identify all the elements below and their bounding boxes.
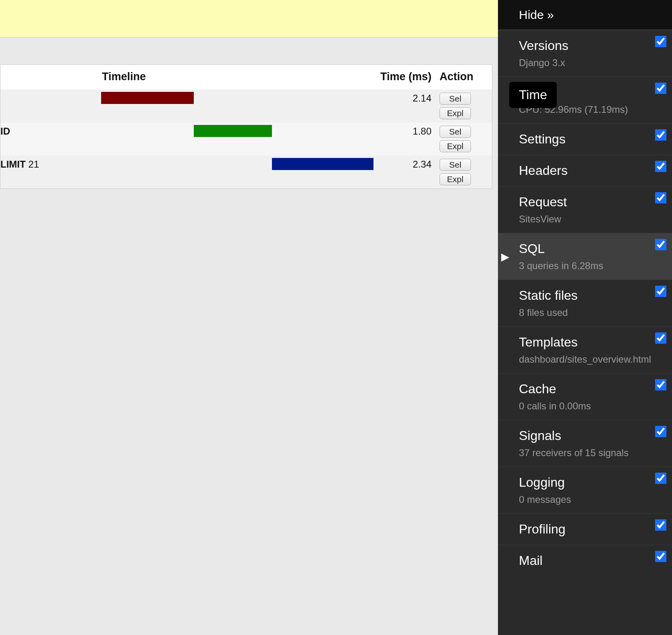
sql-queries-panel: Timeline Time (ms) Action 2.14SelExplID1… — [0, 64, 492, 189]
sql-table: Timeline Time (ms) Action 2.14SelExplID1… — [0, 65, 492, 189]
panel-toggle-checkbox[interactable] — [655, 379, 666, 390]
panel-title: Signals — [519, 428, 664, 443]
panel-title: Versions — [519, 38, 664, 53]
col-header-action: Action — [436, 65, 492, 89]
panel-title: Cache — [519, 382, 664, 396]
timeline-bar — [194, 125, 272, 137]
panel-versions[interactable]: VersionsDjango 3.x — [498, 30, 672, 77]
panel-title: Static files — [519, 288, 664, 303]
explain-button[interactable]: Expl — [440, 140, 471, 152]
panel-subtitle: 8 files used — [519, 307, 664, 318]
select-button[interactable]: Sel — [440, 159, 471, 171]
timeline-cell — [101, 156, 355, 189]
panel-title: Profiling — [519, 522, 664, 537]
query-text: ID — [0, 122, 101, 156]
panel-title: Logging — [519, 475, 664, 490]
timeline-bar — [101, 92, 194, 104]
panel-toggle-checkbox[interactable] — [655, 286, 666, 297]
panel-mail[interactable]: Mail — [498, 545, 672, 576]
panel-subtitle: 37 receivers of 15 signals — [519, 447, 664, 459]
select-button[interactable]: Sel — [440, 93, 471, 105]
panel-toggle-checkbox[interactable] — [655, 551, 666, 562]
hide-toolbar-button[interactable]: Hide » — [498, 0, 672, 30]
panel-toggle-checkbox[interactable] — [655, 129, 666, 141]
panel-subtitle: SitesView — [519, 214, 664, 225]
query-text — [0, 89, 101, 122]
table-row: ID1.80SelExpl — [0, 122, 492, 156]
debug-toolbar-sidebar: Hide » VersionsDjango 3.xA teXTimeCPU: 5… — [498, 0, 672, 635]
hide-label: Hide » — [519, 8, 554, 22]
panel-time[interactable]: A teXTimeCPU: 52.96ms (71.19ms) — [498, 77, 672, 123]
panel-headers[interactable]: Headers — [498, 155, 672, 186]
panel-cache[interactable]: Cache0 calls in 0.00ms — [498, 373, 672, 420]
panel-subtitle: 3 queries in 6.28ms — [519, 260, 664, 272]
col-header-time: Time (ms) — [355, 65, 436, 89]
select-button[interactable]: Sel — [440, 126, 471, 138]
panel-toggle-checkbox[interactable] — [655, 239, 666, 250]
panel-subtitle: 0 messages — [519, 494, 664, 505]
panel-static[interactable]: Static files8 files used — [498, 280, 672, 326]
explain-button[interactable]: Expl — [440, 173, 471, 185]
panel-subtitle: 0 calls in 0.00ms — [519, 401, 664, 412]
panel-title: SQL — [519, 241, 664, 256]
panel-request[interactable]: RequestSitesView — [498, 186, 672, 233]
panel-toggle-checkbox[interactable] — [655, 426, 666, 437]
action-cell: SelExpl — [436, 89, 492, 122]
panel-title: Headers — [519, 163, 664, 178]
panel-sql[interactable]: ▶SQL3 queries in 6.28ms — [498, 233, 672, 280]
panel-title: Templates — [519, 335, 664, 350]
action-cell: SelExpl — [436, 156, 492, 189]
panel-templates[interactable]: Templatesdashboard/sites_overview.html — [498, 326, 672, 373]
table-row: 2.14SelExpl — [0, 89, 492, 122]
panel-title: Settings — [519, 132, 664, 147]
panel-subtitle: CPU: 52.96ms (71.19ms) — [519, 104, 664, 115]
panel-profiling[interactable]: Profiling — [498, 513, 672, 545]
panel-toggle-checkbox[interactable] — [655, 192, 666, 203]
timeline-bar — [272, 158, 373, 170]
panel-signals[interactable]: Signals37 receivers of 15 signals — [498, 420, 672, 467]
panel-logging[interactable]: Logging0 messages — [498, 467, 672, 513]
panel-toggle-checkbox[interactable] — [655, 36, 666, 47]
time-value: 1.80 — [355, 122, 436, 156]
obscured-text: A te — [518, 87, 539, 101]
panel-subtitle: dashboard/sites_overview.html — [519, 354, 664, 365]
panel-subtitle: Django 3.x — [519, 57, 664, 68]
time-value: 2.14 — [355, 89, 436, 122]
panel-title: Request — [519, 195, 664, 210]
panel-toggle-checkbox[interactable] — [655, 161, 666, 172]
timeline-cell — [101, 122, 355, 156]
panel-toggle-checkbox[interactable] — [655, 473, 666, 484]
explain-button[interactable]: Expl — [440, 107, 471, 119]
panel-toggle-checkbox[interactable] — [655, 519, 666, 531]
action-cell: SelExpl — [436, 122, 492, 156]
panel-title: Mail — [519, 553, 664, 568]
query-text: LIMIT 21 — [0, 156, 101, 189]
panel-toggle-checkbox[interactable] — [655, 83, 666, 94]
col-header-timeline: Timeline — [0, 65, 355, 89]
panel-settings[interactable]: Settings — [498, 123, 672, 155]
table-row: LIMIT 212.34SelExpl — [0, 156, 492, 189]
panel-toggle-checkbox[interactable] — [655, 332, 666, 344]
timeline-cell — [101, 89, 355, 122]
active-marker-icon: ▶ — [501, 250, 509, 263]
